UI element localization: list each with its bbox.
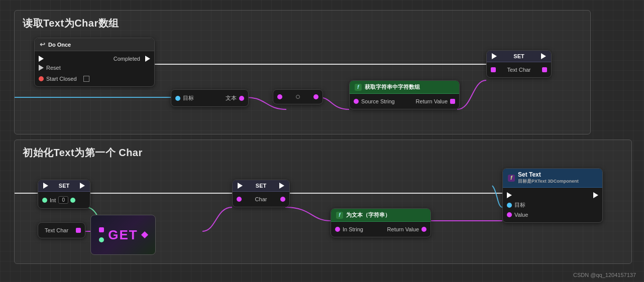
set-char-body: Char	[233, 192, 289, 207]
set-text-exec-in	[507, 192, 512, 198]
return-value-label-1: Return Value	[416, 98, 448, 104]
set-text-value-row: Value	[507, 210, 598, 219]
set-char-exec-out	[279, 183, 284, 189]
conn-pin-out	[313, 94, 318, 99]
to-text-node[interactable]: f 为文本（字符串） In String Return Value	[331, 208, 431, 237]
int-pin	[42, 198, 47, 203]
set-int-exec-out	[80, 183, 85, 189]
return-value-label-2: Return Value	[387, 226, 419, 232]
int-out-pin	[70, 198, 75, 203]
set-text-title-group: Set Text 目标是PXText 3DComponent	[518, 171, 579, 185]
set-text-target-row: 目标	[507, 200, 598, 210]
set-text-main-label: Set Text	[518, 171, 579, 178]
to-text-label: 为文本（字符串）	[346, 211, 390, 219]
in-string-label: In String	[343, 226, 363, 232]
text-char-ref-pin	[76, 228, 81, 233]
target-text-node[interactable]: 目标 文本	[171, 89, 249, 107]
get-char-array-label: 获取字符串中字符数组	[365, 83, 420, 91]
set-int-node[interactable]: SET Int 0	[38, 180, 90, 209]
to-text-return-pin	[421, 227, 426, 232]
get-char-array-node[interactable]: f 获取字符串中字符数组 Source String Return Value	[349, 80, 460, 109]
start-closed-pin	[39, 76, 44, 81]
reset-pin	[39, 65, 44, 71]
set-text-char-header: SET	[487, 51, 551, 62]
get-text-label: GET	[108, 227, 138, 243]
section1-title: 读取Text为Char数组	[23, 17, 119, 30]
conn-pin-mid	[296, 95, 300, 99]
get-node-inner: GET	[99, 219, 147, 250]
target-label: 目标	[183, 94, 194, 102]
get-array-pin	[99, 227, 104, 232]
do-once-exec-row: Completed	[39, 54, 150, 63]
char-row: Char	[237, 195, 285, 204]
text-char-ref-row: Text Char	[42, 226, 81, 235]
target-pin-in	[175, 96, 180, 101]
get-index-pin	[99, 237, 104, 242]
get-char-array-body: Source String Return Value	[350, 94, 459, 109]
int-label: Int	[50, 197, 56, 203]
char-in-pin	[237, 197, 242, 202]
text-char-row: Text Char	[491, 65, 547, 74]
set-text-header: f Set Text 目标是PXText 3DComponent	[503, 169, 602, 188]
do-once-label: Do Once	[48, 42, 71, 48]
set-char-exec-in	[238, 183, 243, 189]
set-label: SET	[500, 53, 538, 59]
text-char-ref-label: Text Char	[45, 227, 68, 233]
set-exec-out	[541, 53, 546, 59]
get-node[interactable]: GET	[90, 215, 156, 255]
func-icon-text: f	[336, 212, 343, 219]
char-out-pin	[280, 197, 285, 202]
start-closed-label: Start Closed	[46, 76, 77, 82]
do-once-body: Completed Reset Start Closed	[35, 51, 154, 86]
exec-in-pin	[39, 56, 44, 62]
get-output-pin	[141, 231, 148, 238]
in-string-pin	[335, 227, 340, 232]
set-text-sub-label: 目标是PXText 3DComponent	[518, 178, 579, 185]
set-int-label: SET	[51, 183, 77, 189]
text-pin-out	[239, 96, 244, 101]
set-text-target-label: 目标	[514, 201, 525, 209]
target-text-row: 目标 文本	[175, 93, 244, 103]
return-value-pin	[450, 99, 455, 104]
source-string-label: Source String	[361, 98, 395, 104]
set-char-label: SET	[246, 183, 276, 189]
set-text-char-body: Text Char	[487, 62, 551, 77]
int-row: Int 0	[42, 195, 86, 205]
connector-node-1-body	[273, 90, 323, 104]
get-char-array-header: f 获取字符串中字符数组	[350, 81, 459, 94]
char-array-pins: Source String Return Value	[354, 97, 455, 106]
do-once-node[interactable]: ↩ Do Once Completed Reset Start Closed	[34, 38, 155, 87]
int-value[interactable]: 0	[58, 196, 68, 204]
watermark: CSDN @qq_1204157137	[573, 272, 636, 278]
set-int-exec-in	[43, 183, 48, 189]
char-label: Char	[255, 196, 267, 202]
section2-title: 初始化Text为第一个 Char	[23, 146, 143, 160]
target-text-body: 目标 文本	[171, 90, 248, 106]
set-text-node[interactable]: f Set Text 目标是PXText 3DComponent 目标 Valu…	[502, 168, 603, 223]
connector-row	[277, 93, 318, 101]
text-char-out-pin	[542, 67, 547, 72]
set-text-target-pin	[507, 203, 512, 208]
set-text-exec-out	[593, 192, 598, 198]
set-text-exec-row	[507, 191, 598, 200]
set-char-node[interactable]: SET Char	[232, 180, 290, 207]
set-text-char-node[interactable]: SET Text Char	[486, 50, 552, 78]
text-char-ref-body: Text Char	[38, 223, 85, 238]
connector-node-1[interactable]	[273, 89, 323, 104]
blueprint-canvas: 读取Text为Char数组 初始化Text为第一个 Char ↩ Do Once…	[0, 0, 644, 282]
to-text-body: In String Return Value	[331, 222, 431, 237]
set-text-value-pin	[507, 212, 512, 217]
start-closed-checkbox[interactable]	[83, 76, 89, 82]
get-pins-left	[99, 227, 104, 242]
func-icon-char: f	[355, 84, 362, 91]
set-exec-in	[492, 53, 497, 59]
text-char-in-pin	[491, 67, 496, 72]
reset-row: Reset	[39, 63, 150, 72]
set-char-header: SET	[233, 180, 289, 192]
start-closed-row: Start Closed	[39, 74, 150, 83]
set-text-body: 目标 Value	[503, 188, 602, 222]
to-text-pins: In String Return Value	[335, 225, 426, 234]
text-char-ref-node[interactable]: Text Char	[38, 222, 85, 238]
conn-pin-in	[277, 94, 282, 99]
set-int-header: SET	[38, 180, 90, 192]
